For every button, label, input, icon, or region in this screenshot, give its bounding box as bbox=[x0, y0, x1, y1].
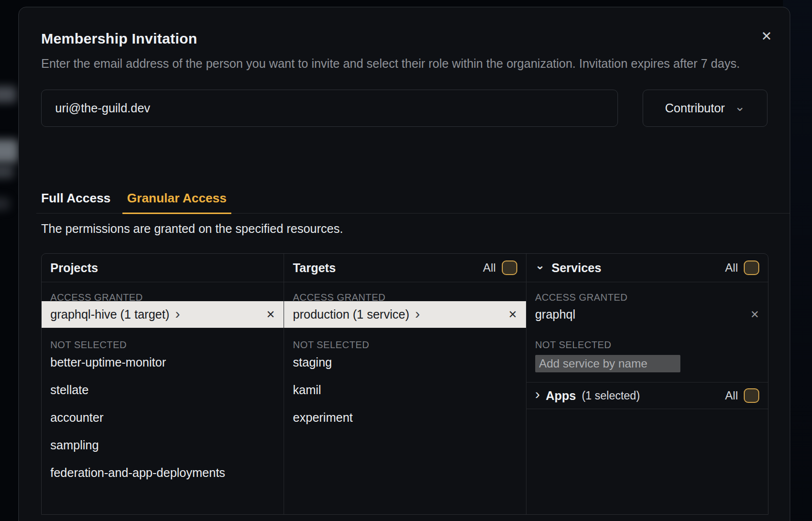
apps-all-group: All bbox=[725, 388, 759, 403]
projects-header-label: Projects bbox=[50, 261, 98, 275]
remove-icon: ✕ bbox=[508, 308, 517, 321]
remove-target-button[interactable]: ✕ bbox=[508, 309, 517, 320]
permissions-note: The permissions are granted on the speci… bbox=[41, 221, 767, 236]
targets-column: Targets All ACCESS GRANTED production (1… bbox=[284, 254, 526, 514]
target-list-item[interactable]: kamil bbox=[284, 376, 526, 404]
add-service-input[interactable] bbox=[535, 355, 680, 372]
granted-service-row[interactable]: graphql ✕ bbox=[526, 301, 768, 328]
chevron-right-icon: › bbox=[535, 387, 540, 401]
tab-granular-access[interactable]: Granular Access bbox=[122, 192, 232, 214]
project-list-item[interactable]: sampling bbox=[42, 431, 284, 459]
services-all-label: All bbox=[725, 261, 738, 275]
tab-full-access[interactable]: Full Access bbox=[36, 192, 116, 214]
apps-selected-count: (1 selected) bbox=[582, 389, 640, 402]
project-list-item[interactable]: accounter bbox=[42, 404, 284, 431]
remove-icon: ✕ bbox=[266, 308, 275, 321]
granted-project-name: graphql-hive (1 target) bbox=[50, 307, 169, 322]
not-selected-label: NOT SELECTED bbox=[526, 328, 768, 349]
targets-not-selected-list: staging kamil experiment bbox=[284, 349, 526, 431]
apps-row[interactable]: › Apps (1 selected) All bbox=[526, 382, 768, 409]
access-granted-label: ACCESS GRANTED bbox=[526, 282, 768, 301]
target-list-item[interactable]: experiment bbox=[284, 404, 526, 431]
membership-invitation-dialog: ✕ Membership Invitation Enter the email … bbox=[18, 7, 790, 521]
targets-header-label: Targets bbox=[293, 261, 335, 275]
apps-all-checkbox[interactable] bbox=[744, 388, 759, 403]
projects-column-header: Projects bbox=[42, 254, 284, 282]
access-tabs: Full Access Granular Access bbox=[36, 192, 790, 214]
targets-all-label: All bbox=[483, 261, 496, 275]
role-select-value: Contributor bbox=[665, 101, 725, 115]
granted-target-name: production (1 service) bbox=[293, 307, 409, 322]
backdrop-content-blur bbox=[0, 166, 14, 178]
targets-column-header: Targets All bbox=[284, 254, 526, 282]
chevron-down-icon: ⌄ bbox=[735, 100, 745, 113]
invite-form-row: Contributor ⌄ bbox=[41, 90, 767, 127]
services-all-group: All bbox=[725, 260, 759, 275]
dialog-description: Enter the email address of the person yo… bbox=[41, 54, 767, 73]
access-granted-label: ACCESS GRANTED bbox=[42, 282, 284, 301]
services-column: ⌄ Services All ACCESS GRANTED graphql ✕ … bbox=[526, 254, 768, 514]
targets-all-checkbox[interactable] bbox=[502, 260, 517, 275]
project-list-item[interactable]: federation-and-app-deployments bbox=[42, 459, 284, 487]
granted-project-row[interactable]: graphql-hive (1 target) › ✕ bbox=[42, 301, 284, 328]
services-column-header[interactable]: ⌄ Services All bbox=[526, 254, 768, 282]
chevron-right-icon: › bbox=[415, 306, 420, 321]
targets-all-group: All bbox=[483, 260, 517, 275]
access-granted-label: ACCESS GRANTED bbox=[284, 282, 526, 301]
projects-column: Projects ACCESS GRANTED graphql-hive (1 … bbox=[42, 254, 284, 514]
close-button[interactable]: ✕ bbox=[758, 28, 775, 45]
permissions-table: Projects ACCESS GRANTED graphql-hive (1 … bbox=[41, 253, 768, 515]
services-header-label: Services bbox=[552, 261, 601, 275]
chevron-right-icon: › bbox=[175, 306, 180, 321]
projects-not-selected-list: better-uptime-monitor stellate accounter… bbox=[42, 349, 284, 487]
backdrop-content-blur bbox=[0, 139, 18, 163]
remove-service-button[interactable]: ✕ bbox=[751, 309, 759, 320]
close-icon: ✕ bbox=[761, 29, 772, 44]
project-list-item[interactable]: stellate bbox=[42, 376, 284, 404]
chevron-down-icon: ⌄ bbox=[535, 260, 545, 271]
target-list-item[interactable]: staging bbox=[284, 349, 526, 376]
remove-icon: ✕ bbox=[751, 308, 759, 321]
backdrop-content-blur bbox=[0, 86, 16, 103]
remove-project-button[interactable]: ✕ bbox=[266, 309, 275, 320]
project-list-item[interactable]: better-uptime-monitor bbox=[42, 349, 284, 376]
services-all-checkbox[interactable] bbox=[744, 260, 759, 275]
role-select[interactable]: Contributor ⌄ bbox=[643, 90, 767, 127]
apps-all-label: All bbox=[725, 389, 738, 402]
backdrop-content-blur bbox=[0, 198, 10, 210]
email-input[interactable] bbox=[41, 90, 618, 127]
add-service-wrap bbox=[526, 349, 768, 382]
dialog-title: Membership Invitation bbox=[41, 30, 767, 47]
not-selected-label: NOT SELECTED bbox=[284, 328, 526, 349]
not-selected-label: NOT SELECTED bbox=[42, 328, 284, 349]
granted-target-row[interactable]: production (1 service) › ✕ bbox=[284, 301, 526, 328]
granted-service-name: graphql bbox=[535, 307, 575, 322]
apps-label: Apps bbox=[546, 389, 576, 403]
